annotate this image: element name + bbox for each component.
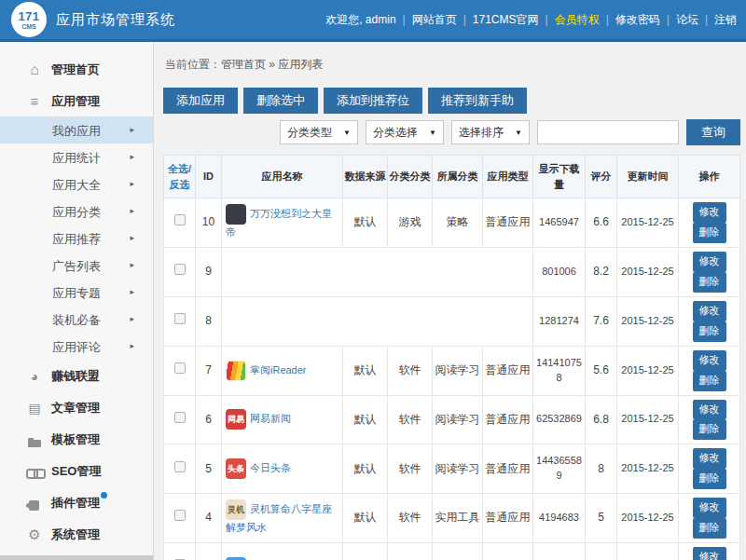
separator: | — [667, 13, 670, 26]
sidebar-item-app-management[interactable]: ≡应用管理 — [0, 85, 153, 116]
cell-app-type: 普通应用 — [483, 543, 533, 560]
cat-select[interactable]: 分类选择▼ — [366, 120, 444, 144]
sidebar-item-app-topics[interactable]: 应用专题▸ — [0, 279, 153, 306]
edit-button[interactable]: 修改 — [693, 448, 726, 469]
table-row: 4灵机灵机算命八字星座解梦风水默认软件实用工具普通应用419468352015-… — [164, 494, 740, 543]
cell-category — [433, 296, 483, 346]
cat-type-select[interactable]: 分类类型▼ — [280, 120, 358, 144]
delete-button[interactable]: 删除 — [693, 371, 726, 391]
delete-button[interactable]: 删除 — [693, 223, 726, 243]
delete-selected-button[interactable]: 删除选中 — [243, 88, 318, 114]
sidebar-item-my-apps[interactable]: 我的应用▸ — [0, 116, 153, 143]
cell-updated: 2015-12-25 — [617, 395, 679, 444]
app-name-link[interactable]: 掌阅iReader — [250, 364, 307, 376]
link-icon — [26, 466, 43, 477]
sidebar-item-app-recommend[interactable]: 应用推荐▸ — [0, 225, 153, 252]
forum-link[interactable]: 论坛 — [676, 12, 698, 28]
table-body: 10万万没想到之大皇帝默认游戏策略普通应用14659476.62015-12-2… — [164, 198, 740, 560]
header-updated-time: 更新时间 — [617, 156, 679, 198]
add-to-recommend-button[interactable]: 添加到推荐位 — [324, 88, 422, 114]
gear-icon: ⚙ — [26, 519, 43, 551]
cell-name: 掌阅iReader — [222, 346, 343, 395]
select-label: 分类选择 — [373, 125, 418, 141]
delete-button[interactable]: 删除 — [693, 469, 726, 489]
table-row: 98010068.22015-12-25修改删除 — [164, 247, 740, 296]
recommend-to-newbie-button[interactable]: 推荐到新手助 — [428, 88, 527, 114]
cell-source — [343, 247, 388, 296]
sidebar-item-seo-management[interactable]: SEO管理 — [0, 455, 153, 486]
logout-link[interactable]: 注销 — [714, 12, 737, 28]
sidebar-item-template-management[interactable]: 模板管理 — [0, 423, 153, 455]
chevron-down-icon: ▼ — [343, 129, 351, 137]
edit-button[interactable]: 修改 — [693, 547, 726, 560]
sidebar-item-admin-home[interactable]: ⌂管理首页 — [0, 53, 153, 85]
site-home-link[interactable]: 网站首页 — [412, 12, 457, 28]
cell-actions: 修改删除 — [679, 444, 740, 494]
sidebar-item-app-complete[interactable]: 应用大全▸ — [0, 171, 153, 198]
folder-icon — [26, 434, 43, 445]
app-icon: 灵机 — [226, 499, 246, 520]
chevron-right-icon: ▸ — [130, 198, 134, 225]
breadcrumb-home[interactable]: 管理首页 — [221, 58, 266, 71]
vip-privilege-link[interactable]: 会员特权 — [555, 12, 600, 28]
sidebar-item-app-statistics[interactable]: 应用统计▸ — [0, 143, 153, 171]
sidebar-item-label: 文章管理 — [51, 401, 100, 415]
edit-button[interactable]: 修改 — [693, 202, 726, 223]
filter-row: 分类类型▼分类选择▼选择排序▼ 查询 — [163, 119, 740, 145]
header-select-all[interactable]: 全选/反选 — [164, 156, 196, 198]
header-category: 所属分类 — [433, 156, 483, 198]
delete-button[interactable]: 删除 — [693, 272, 726, 293]
cell-updated: 2015-12-25 — [617, 444, 679, 494]
sidebar-item-money-alliance[interactable]: ◕赚钱联盟 — [0, 360, 153, 391]
sidebar-item-essential-installs[interactable]: 装机必备▸ — [0, 306, 153, 333]
sidebar-item-label: 应用统计 — [52, 151, 101, 165]
cell-select — [164, 543, 196, 560]
cell-app-type: 普通应用 — [483, 494, 533, 543]
search-input[interactable] — [537, 120, 679, 144]
add-app-button[interactable]: 添加应用 — [163, 88, 238, 114]
cell-score: 6.8 — [586, 395, 617, 444]
cell-cat-type — [388, 296, 433, 346]
app-name-link[interactable]: 今日头条 — [250, 462, 291, 473]
cell-updated: 2015-12-25 — [617, 247, 679, 296]
sidebar-item-system-management[interactable]: ⚙系统管理 — [0, 518, 153, 550]
delete-button[interactable]: 删除 — [693, 518, 726, 539]
cell-score: 5.6 — [586, 346, 617, 395]
official-site-link[interactable]: 171CMS官网 — [473, 12, 539, 28]
row-checkbox[interactable] — [174, 214, 186, 225]
cell-id: 7 — [196, 346, 222, 395]
edit-button[interactable]: 修改 — [693, 498, 726, 518]
delete-button[interactable]: 删除 — [693, 321, 726, 342]
row-checkbox[interactable] — [174, 510, 186, 521]
row-checkbox[interactable] — [174, 362, 186, 374]
delete-button[interactable]: 删除 — [693, 419, 726, 440]
row-checkbox[interactable] — [174, 412, 186, 423]
select-label: 选择排序 — [459, 125, 504, 141]
edit-button[interactable]: 修改 — [693, 252, 726, 272]
welcome-text: 欢迎您, admin — [325, 12, 395, 28]
row-checkbox[interactable] — [174, 264, 186, 275]
app-icon — [226, 204, 246, 225]
app-name-link[interactable]: 网易新闻 — [250, 414, 291, 425]
sidebar-item-plugin-management[interactable]: 插件管理 — [0, 486, 153, 518]
row-checkbox[interactable] — [174, 461, 186, 472]
toolbar-buttons: 添加应用删除选中添加到推荐位推荐到新手助 — [163, 88, 740, 114]
edit-button[interactable]: 修改 — [693, 301, 726, 321]
change-password-link[interactable]: 修改密码 — [615, 12, 660, 28]
edit-button[interactable]: 修改 — [693, 350, 726, 371]
sidebar-item-app-comments[interactable]: 应用评论▸ — [0, 333, 153, 360]
cell-updated: 2015-12-25 — [617, 346, 679, 395]
edit-button[interactable]: 修改 — [693, 400, 726, 420]
logo: 171 CMS — [11, 2, 47, 37]
sort-select[interactable]: 选择排序▼ — [451, 120, 530, 144]
sidebar-item-label: 应用评论 — [52, 340, 101, 354]
sidebar-item-ad-list[interactable]: 广告列表▸ — [0, 252, 153, 279]
sidebar-item-label: 插件管理 — [51, 496, 100, 510]
sidebar-item-app-categories[interactable]: 应用分类▸ — [0, 198, 153, 225]
top-bar: 171 CMS 应用市场管理系统 欢迎您, admin |网站首页|171CMS… — [0, 0, 746, 42]
query-button[interactable]: 查询 — [686, 119, 740, 145]
separator: | — [463, 13, 466, 26]
sidebar-item-article-management[interactable]: ▤文章管理 — [0, 391, 153, 423]
row-checkbox[interactable] — [174, 313, 186, 324]
sidebar-item-label: 应用大全 — [52, 178, 101, 192]
